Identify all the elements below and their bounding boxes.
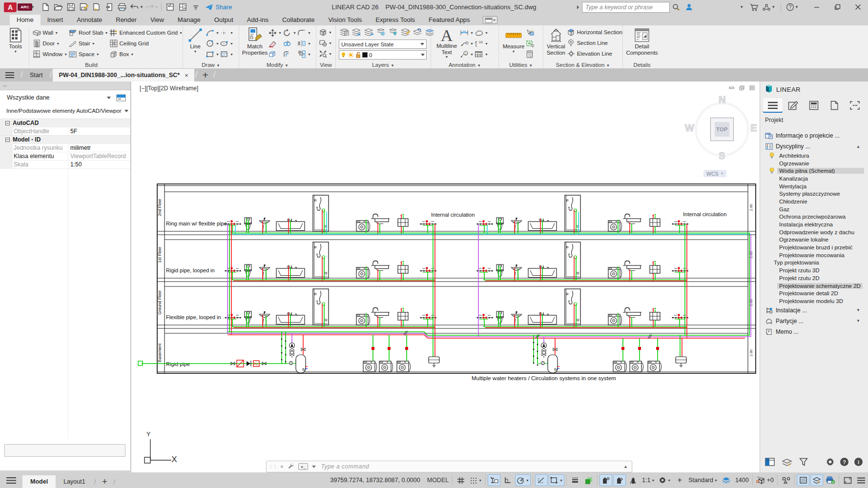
tree-item-projektowanie-schematyczne-2d[interactable]: Projektowanie schematyczne 2D	[764, 282, 864, 290]
offset-button[interactable]	[283, 49, 296, 60]
compass-west[interactable]: W	[685, 122, 694, 134]
tree-item-ogrzewanie-lokalne[interactable]: Ogrzewanie lokalne	[764, 236, 864, 244]
file-tabs-menu-icon[interactable]	[0, 69, 20, 81]
box-button[interactable]: Box▼	[109, 49, 183, 60]
ellipse-button[interactable]: ▼	[220, 38, 233, 49]
ceiling-grid-button[interactable]: Ceiling Grid	[109, 38, 183, 49]
window-dropdown-icon[interactable]: ▼	[64, 53, 67, 56]
tree-item-projektowanie-mocowania[interactable]: Projektowanie mocowania	[764, 251, 864, 259]
wall-dropdown-icon[interactable]: ▼	[55, 31, 58, 35]
model-space-toggle[interactable]: MODEL	[426, 474, 450, 486]
collapse-icon[interactable]	[5, 138, 10, 142]
property-group-header[interactable]: Model - ID	[0, 135, 130, 143]
mirror-button[interactable]: ▼	[297, 38, 311, 49]
quick-select-button[interactable]	[525, 27, 534, 38]
tree-item-odprowadzenie-wody-z-dachu[interactable]: Odprowadzenie wody z dachu	[764, 228, 864, 236]
print-icon[interactable]	[116, 1, 128, 13]
close-button[interactable]	[847, 0, 868, 14]
save-icon[interactable]	[65, 1, 78, 13]
settings-gear-icon[interactable]	[826, 457, 835, 468]
palette-grip[interactable]: ▪▪	[0, 81, 130, 90]
properties-filter-combo[interactable]: Wszystkie dane	[7, 94, 111, 101]
property-row[interactable]: Jednostka rysunkumilimetr	[0, 143, 130, 152]
tree-item-chłodzenie[interactable]: Chłodzenie	[764, 198, 864, 205]
file-tab-close-icon[interactable]: ×	[185, 72, 188, 79]
tree-item-memo[interactable]: Memo ...	[764, 326, 864, 337]
tree-item-projektowanie-bruzd-i-przebić[interactable]: Projektowanie bruzd i przebić	[764, 244, 864, 251]
lineweight-toggle-icon[interactable]	[569, 474, 581, 486]
leader-button[interactable]: ▼	[460, 38, 474, 49]
plot-check-icon[interactable]	[824, 474, 837, 486]
tree-item-instalacja-elektryczna[interactable]: Instalacja elektryczna	[764, 221, 864, 228]
layer-off-icon[interactable]	[352, 28, 361, 38]
layout-viewports-icon[interactable]	[177, 1, 189, 13]
table-dropdown-icon[interactable]: ▼	[485, 53, 488, 56]
viewport-close-icon[interactable]	[749, 85, 755, 90]
tree-item-woda-pitna-schemat[interactable]: Woda pitna (Schemat)	[764, 167, 864, 175]
command-line-customize-icon[interactable]	[288, 463, 294, 470]
visual-styles-dropdown-icon[interactable]: ▼	[329, 41, 332, 45]
space-button[interactable]: Space▼	[68, 49, 108, 60]
ribbon-tab-view[interactable]: View	[144, 15, 171, 25]
point-button[interactable]: ▼	[220, 27, 233, 38]
compass-east[interactable]: E	[750, 122, 757, 134]
polar-tracking-toggle-icon[interactable]: ▼	[515, 474, 531, 486]
view-3d-dropdown-icon[interactable]: ▼	[329, 31, 332, 34]
viewport-minimize-icon[interactable]	[729, 85, 734, 90]
command-history-icon[interactable]: ▲	[623, 464, 628, 469]
annotation-panel-label[interactable]: Annotation ▼	[431, 62, 498, 68]
tag-button[interactable]: 1▼	[460, 49, 474, 60]
match-properties-button[interactable]: Match Properties	[242, 27, 268, 59]
clean-screen-icon[interactable]	[841, 474, 854, 486]
compass-north[interactable]: N	[719, 94, 725, 105]
sign-in-icon[interactable]	[682, 1, 695, 14]
details-panel-label[interactable]: Details	[623, 62, 661, 68]
arc-dropdown-icon[interactable]: ▼	[216, 31, 219, 35]
ellipse-dropdown-icon[interactable]: ▼	[230, 42, 233, 45]
ribbon-tab-home[interactable]: Home	[10, 15, 41, 25]
titlebar-overflow-icon[interactable]: ▼	[740, 5, 744, 9]
command-line-close-icon[interactable]: ×	[280, 464, 283, 469]
window-button[interactable]: Window▼	[32, 49, 67, 60]
connect-dropdown-icon[interactable]: ▼	[771, 5, 775, 9]
tree-item-systemy-płaszczyznowe[interactable]: Systemy płaszczyznowe	[764, 190, 864, 198]
z-offset-control[interactable]: +0	[755, 474, 775, 486]
ribbon-display-toggle[interactable]	[483, 16, 497, 24]
calculator-button[interactable]	[525, 49, 534, 60]
table-button[interactable]: ▼	[475, 49, 488, 60]
erase-button[interactable]	[268, 38, 282, 49]
tree-item-informacje-o-projekcie[interactable]: Informacje o projekcie ...	[764, 130, 864, 141]
snap-toggle-icon[interactable]: ▼	[468, 474, 483, 486]
search-expand-icon[interactable]	[576, 5, 580, 10]
tree-item-partycje[interactable]: Partycje ...▼	[764, 316, 864, 326]
command-line[interactable]: ⋮⋮ × ▸_ Type a command ▲	[266, 461, 632, 472]
dynamic-input-toggle-icon[interactable]	[488, 474, 500, 486]
new-layout-button[interactable]: +	[102, 476, 107, 487]
file-tab-document[interactable]: PW-04_DIN1988-300_...ion-situations_SC* …	[53, 69, 194, 81]
detail-components-button[interactable]: Detail Components	[624, 27, 660, 59]
property-row[interactable]: Skala1:50	[0, 160, 130, 168]
annotation-scale-dropdown-icon[interactable]: ▼	[651, 479, 655, 482]
redo-dropdown-icon[interactable]: ▼	[155, 5, 159, 9]
property-group-header[interactable]: AutoCAD	[0, 119, 130, 127]
ribbon-tab-featured-apps[interactable]: Featured Apps	[422, 15, 477, 25]
minimize-button[interactable]	[806, 0, 827, 14]
tree-item-projekt-rzutu-2d[interactable]: Projekt rzutu 2D	[764, 274, 864, 282]
view-cube[interactable]: N S W E TOP	[688, 95, 756, 163]
hatch-button[interactable]: ▼	[220, 49, 233, 60]
ribbon-tab-vision-tools[interactable]: Vision Tools	[321, 15, 369, 25]
line-button[interactable]: Line ▼	[186, 27, 205, 59]
wcs-selector[interactable]: WCS▼	[703, 170, 726, 177]
collapse-icon[interactable]: ▲	[856, 144, 860, 149]
compass-south[interactable]: S	[719, 150, 725, 162]
quick-select-palette-icon[interactable]	[116, 93, 126, 102]
save-as-icon[interactable]	[78, 1, 90, 13]
grid-toggle-icon[interactable]	[455, 474, 467, 486]
arc-button[interactable]: ▼	[206, 27, 219, 38]
enhanced-custom-grid-button[interactable]: Enhanced Custom Grid▼	[109, 27, 183, 38]
dimension-button[interactable]: ▼	[460, 27, 474, 38]
ribbon-tab-annotate[interactable]: Annotate	[70, 15, 109, 25]
layers-state-icon[interactable]	[720, 474, 733, 486]
layer-freeze-icon[interactable]	[376, 28, 386, 38]
fillet-button[interactable]: ▼	[297, 27, 311, 38]
